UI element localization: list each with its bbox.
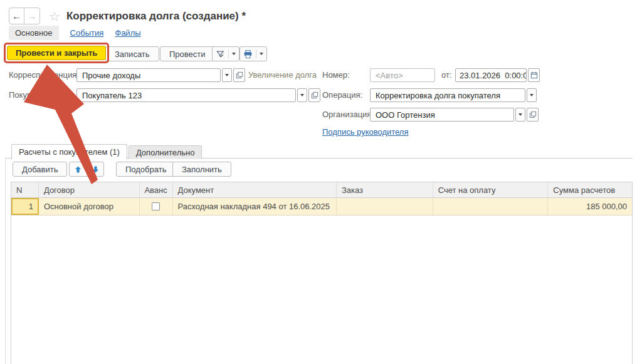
window-header: ← → ☆ Корректировка долга (создание) * xyxy=(9,8,246,24)
save-button[interactable]: Записать xyxy=(105,46,159,61)
open-item-icon xyxy=(236,71,243,79)
correspondence-open-button[interactable] xyxy=(233,68,245,82)
tab-events[interactable]: События xyxy=(70,28,104,38)
col-header-advance[interactable]: Аванс xyxy=(140,182,173,197)
printer-icon xyxy=(243,49,253,59)
col-header-amount[interactable]: Сумма расчетов xyxy=(548,182,632,197)
correspondence-label: Корреспонденция: xyxy=(9,68,79,82)
cell-amount[interactable]: 185 000,00 xyxy=(548,198,632,215)
organization-dropdown-button[interactable] xyxy=(515,108,525,122)
date-field[interactable]: 23.01.2026 0:00:00 xyxy=(455,68,527,82)
col-header-order[interactable]: Заказ xyxy=(337,182,433,197)
chevron-down-icon xyxy=(530,94,534,96)
main-nav-tabs: Основное События Файлы xyxy=(9,26,141,40)
number-label: Номер: xyxy=(322,68,350,82)
correspondence-dropdown-button[interactable] xyxy=(222,68,232,82)
open-item-icon xyxy=(529,111,537,118)
button-divider xyxy=(256,49,256,58)
chevron-down-icon xyxy=(232,53,236,55)
col-header-contract[interactable]: Договор xyxy=(39,182,140,197)
create-based-on-button[interactable] xyxy=(212,46,239,61)
manager-signature-link[interactable]: Подпись руководителя xyxy=(322,127,409,137)
debt-increase-note: Увеличение долга xyxy=(248,68,317,82)
move-row-buttons xyxy=(69,162,104,177)
buyer-label: Покупатель: xyxy=(9,88,55,102)
tab-settlements[interactable]: Расчеты с покупателем (1) xyxy=(11,144,127,160)
tab-additional[interactable]: Дополнительно xyxy=(129,145,203,159)
calendar-button[interactable] xyxy=(528,68,540,82)
pick-button[interactable]: Подобрать xyxy=(116,162,176,177)
post-button[interactable]: Провести xyxy=(160,46,215,61)
organization-open-button[interactable] xyxy=(527,108,539,122)
table-row[interactable]: 1 Основной договор Расходная накладная 4… xyxy=(11,198,632,216)
col-header-invoice[interactable]: Счет на оплату xyxy=(433,182,549,197)
chevron-down-icon xyxy=(518,113,522,116)
buyer-field[interactable]: Покупатель 123 xyxy=(76,88,296,102)
fill-button[interactable]: Заполнить xyxy=(172,162,231,177)
cell-invoice[interactable] xyxy=(433,198,549,215)
move-up-button[interactable] xyxy=(70,162,87,176)
date-label: от: xyxy=(441,68,452,82)
favorite-star-icon[interactable]: ☆ xyxy=(49,10,60,23)
number-field[interactable]: <Авто> xyxy=(370,68,435,82)
col-header-n[interactable]: N xyxy=(11,182,39,197)
cell-document[interactable]: Расходная накладная 494 от 16.06.2025 xyxy=(173,198,337,215)
col-header-document[interactable]: Документ xyxy=(173,182,337,197)
add-row-button[interactable]: Добавить xyxy=(13,162,67,177)
settlements-table: N Договор Аванс Документ Заказ Счет на о… xyxy=(11,182,633,364)
details-tabs: Расчеты с покупателем (1) Дополнительно xyxy=(11,144,202,159)
cell-contract[interactable]: Основной договор xyxy=(39,198,140,215)
arrow-up-icon xyxy=(74,165,82,174)
tab-files[interactable]: Файлы xyxy=(115,28,140,38)
history-nav: ← → xyxy=(9,8,40,24)
page-title: Корректировка долга (создание) * xyxy=(66,10,246,23)
operation-label: Операция: xyxy=(322,88,362,102)
buyer-dropdown-button[interactable] xyxy=(297,88,307,102)
tab-main[interactable]: Основное xyxy=(9,26,59,40)
button-divider xyxy=(228,49,229,58)
panel-left-border xyxy=(5,158,6,364)
calendar-icon xyxy=(530,71,538,79)
back-arrow-icon[interactable]: ← xyxy=(9,8,24,24)
debt-adjustment-form: ← → ☆ Корректировка долга (создание) * О… xyxy=(0,0,642,364)
print-button[interactable] xyxy=(239,46,267,61)
advance-checkbox[interactable] xyxy=(152,202,160,211)
cell-order[interactable] xyxy=(337,198,433,215)
arrow-down-icon xyxy=(92,165,100,174)
chevron-down-icon xyxy=(260,53,263,55)
annotation-highlight-box: Провести и закрыть xyxy=(4,43,109,63)
forward-arrow-icon[interactable]: → xyxy=(24,8,39,24)
chevron-down-icon xyxy=(225,74,229,76)
open-item-icon xyxy=(311,91,318,99)
operation-dropdown-button[interactable] xyxy=(527,88,537,102)
move-down-button[interactable] xyxy=(87,162,103,176)
cell-row-number[interactable]: 1 xyxy=(11,198,39,215)
operation-field[interactable]: Корректировка долга покупателя xyxy=(370,88,525,102)
funnel-icon xyxy=(216,49,225,59)
table-header-row: N Договор Аванс Документ Заказ Счет на о… xyxy=(11,182,632,198)
cell-advance[interactable] xyxy=(140,198,173,215)
chevron-down-icon xyxy=(300,94,304,96)
post-and-close-button[interactable]: Провести и закрыть xyxy=(7,46,106,60)
organization-field[interactable]: ООО Гортензия xyxy=(370,108,514,122)
correspondence-field[interactable]: Прочие доходы xyxy=(76,68,221,82)
organization-label: Организация: xyxy=(322,108,374,122)
buyer-open-button[interactable] xyxy=(308,88,320,102)
